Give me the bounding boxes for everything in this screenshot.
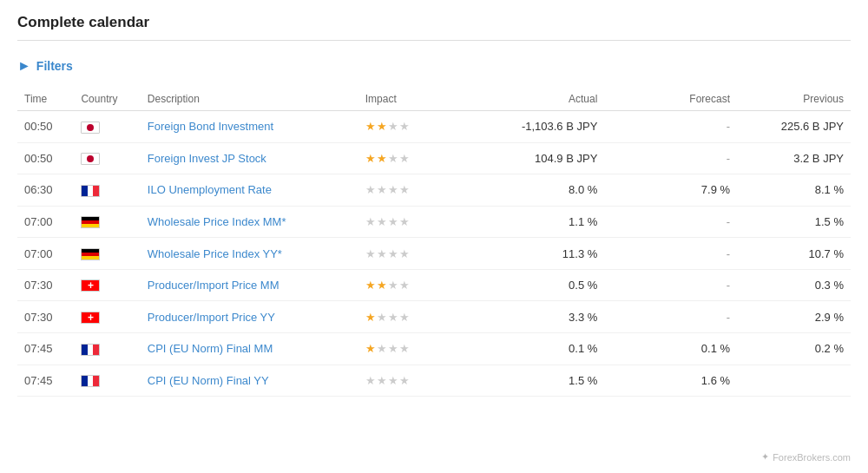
star-icon: ★	[388, 279, 398, 291]
cell-country	[74, 206, 140, 238]
table-row: 07:45CPI (EU Norm) Final YY★★★★1.5 %1.6 …	[17, 365, 851, 397]
cell-forecast: -	[604, 111, 737, 143]
page-wrapper: Complete calendar ► Filters Time Country…	[0, 0, 868, 411]
star-icon: ★	[388, 153, 398, 164]
description-link[interactable]: Foreign Bond Investment	[148, 120, 273, 133]
cell-description[interactable]: CPI (EU Norm) Final MM	[141, 332, 358, 365]
cell-description[interactable]: Producer/Import Price YY	[141, 301, 358, 333]
cell-time: 07:45	[17, 365, 74, 397]
star-icon: ★	[399, 121, 410, 132]
header-forecast: Forecast	[604, 88, 737, 111]
table-row: 06:30ILO Unemployment Rate★★★★8.0 %7.9 %…	[17, 174, 851, 207]
cell-description[interactable]: Wholesale Price Index MM*	[141, 206, 358, 238]
table-row: 07:30Producer/Import Price MM★★★★0.5 %-0…	[17, 269, 851, 301]
star-icon: ★	[365, 375, 376, 386]
star-icon: ★	[388, 216, 398, 227]
cell-previous	[737, 365, 851, 397]
star-icon: ★	[388, 375, 398, 386]
cell-time: 00:50	[17, 142, 74, 174]
star-icon: ★	[377, 121, 387, 132]
de-flag-icon	[81, 216, 100, 228]
header-actual: Actual	[453, 88, 605, 111]
cell-actual: -1,103.6 B JPY	[453, 111, 605, 143]
cell-description[interactable]: Foreign Invest JP Stock	[141, 142, 358, 174]
cell-description[interactable]: Producer/Import Price MM	[141, 269, 358, 301]
cell-previous: 225.6 B JPY	[737, 111, 851, 143]
ch-flag-icon	[81, 279, 100, 292]
header-impact: Impact	[358, 88, 453, 111]
cell-impact: ★★★★	[358, 206, 453, 238]
fr-flag-icon	[81, 344, 100, 356]
star-icon: ★	[388, 248, 398, 259]
cell-actual: 3.3 %	[453, 301, 605, 333]
cell-time: 07:00	[17, 206, 74, 238]
description-link[interactable]: Producer/Import Price MM	[148, 279, 279, 292]
cell-previous: 0.3 %	[737, 269, 851, 301]
cell-impact: ★★★★	[358, 174, 453, 207]
star-icon: ★	[365, 184, 376, 195]
cell-description[interactable]: CPI (EU Norm) Final YY	[141, 365, 358, 397]
cell-country	[74, 142, 140, 174]
table-row: 07:30Producer/Import Price YY★★★★3.3 %-2…	[17, 301, 851, 333]
table-row: 00:50Foreign Bond Investment★★★★-1,103.6…	[17, 111, 851, 143]
cell-description[interactable]: Foreign Bond Investment	[141, 111, 358, 143]
star-icon: ★	[388, 184, 398, 195]
cell-impact: ★★★★	[358, 269, 453, 301]
star-icon: ★	[365, 153, 376, 164]
cell-forecast: -	[604, 206, 737, 238]
star-icon: ★	[377, 279, 387, 291]
cell-time: 06:30	[17, 174, 74, 207]
cell-impact: ★★★★	[358, 111, 453, 143]
star-icon: ★	[377, 248, 387, 259]
star-icon: ★	[399, 375, 410, 386]
table-row: 00:50Foreign Invest JP Stock★★★★104.9 B …	[17, 142, 851, 174]
description-link[interactable]: Wholesale Price Index MM*	[148, 215, 286, 228]
cell-previous: 2.9 %	[737, 301, 851, 333]
cell-actual: 1.5 %	[453, 365, 605, 397]
cell-actual: 0.1 %	[453, 332, 605, 365]
cell-time: 07:00	[17, 238, 74, 270]
star-icon: ★	[399, 343, 410, 354]
cell-country	[74, 111, 140, 143]
de-flag-icon	[81, 248, 100, 260]
star-icon: ★	[365, 121, 376, 132]
cell-impact: ★★★★	[358, 142, 453, 174]
filters-bar[interactable]: ► Filters	[17, 51, 851, 81]
star-icon: ★	[377, 184, 387, 195]
description-link[interactable]: ILO Unemployment Rate	[148, 183, 272, 196]
cell-time: 07:45	[17, 332, 74, 365]
cell-time: 07:30	[17, 301, 74, 333]
cell-country	[74, 365, 140, 397]
jp-flag-icon	[81, 122, 100, 134]
star-icon: ★	[377, 216, 387, 227]
header-time: Time	[17, 88, 74, 111]
description-link[interactable]: Producer/Import Price YY	[148, 311, 275, 324]
star-icon: ★	[399, 279, 410, 291]
table-body: 00:50Foreign Bond Investment★★★★-1,103.6…	[17, 111, 851, 397]
cell-previous: 8.1 %	[737, 174, 851, 207]
cell-description[interactable]: Wholesale Price Index YY*	[141, 238, 358, 270]
cell-country	[74, 269, 140, 301]
cell-time: 00:50	[17, 111, 74, 143]
cell-previous: 1.5 %	[737, 206, 851, 238]
description-link[interactable]: CPI (EU Norm) Final MM	[148, 342, 273, 355]
header-country: Country	[74, 88, 140, 111]
fr-flag-icon	[81, 185, 100, 197]
star-icon: ★	[377, 343, 387, 354]
cell-description[interactable]: ILO Unemployment Rate	[141, 174, 358, 207]
star-icon: ★	[399, 248, 410, 259]
description-link[interactable]: Foreign Invest JP Stock	[148, 152, 266, 165]
star-icon: ★	[377, 375, 387, 386]
cell-forecast: -	[604, 269, 737, 301]
star-icon: ★	[399, 216, 410, 227]
cell-actual: 1.1 %	[453, 206, 605, 238]
description-link[interactable]: Wholesale Price Index YY*	[148, 247, 282, 260]
filters-label[interactable]: Filters	[36, 59, 73, 73]
cell-impact: ★★★★	[358, 365, 453, 397]
cell-previous: 3.2 B JPY	[737, 142, 851, 174]
description-link[interactable]: CPI (EU Norm) Final YY	[148, 374, 269, 387]
jp-flag-icon	[81, 153, 100, 165]
ch-flag-icon	[81, 312, 100, 324]
star-icon: ★	[388, 343, 398, 354]
star-icon: ★	[399, 184, 410, 195]
